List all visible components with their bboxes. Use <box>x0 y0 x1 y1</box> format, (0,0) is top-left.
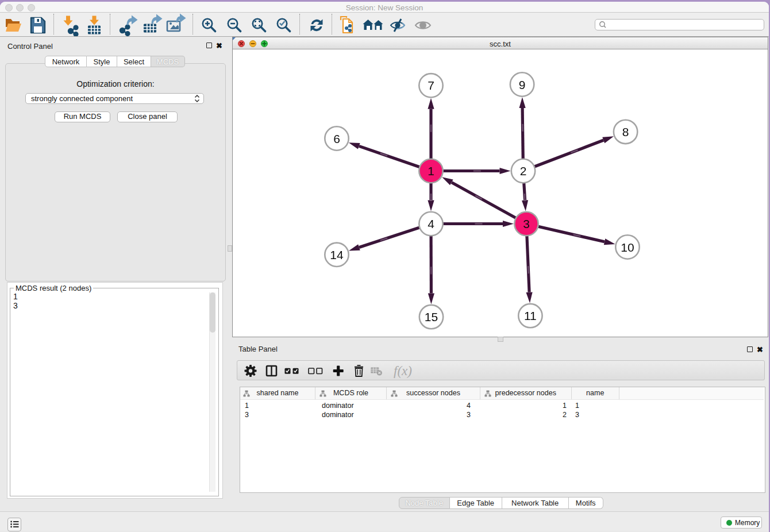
svg-text:f(x): f(x) <box>394 364 412 378</box>
svg-text:15: 15 <box>425 310 438 323</box>
svg-text:10: 10 <box>621 241 634 254</box>
svg-text:7: 7 <box>428 79 434 92</box>
svg-text:8: 8 <box>622 125 629 138</box>
svg-text:1: 1 <box>428 164 434 178</box>
svg-text:11: 11 <box>524 309 537 322</box>
svg-text:9: 9 <box>519 78 526 91</box>
svg-text:14: 14 <box>330 248 344 261</box>
svg-text:6: 6 <box>333 132 340 145</box>
svg-text:2: 2 <box>520 164 527 178</box>
svg-text:3: 3 <box>523 217 530 230</box>
svg-text:4: 4 <box>428 217 434 230</box>
